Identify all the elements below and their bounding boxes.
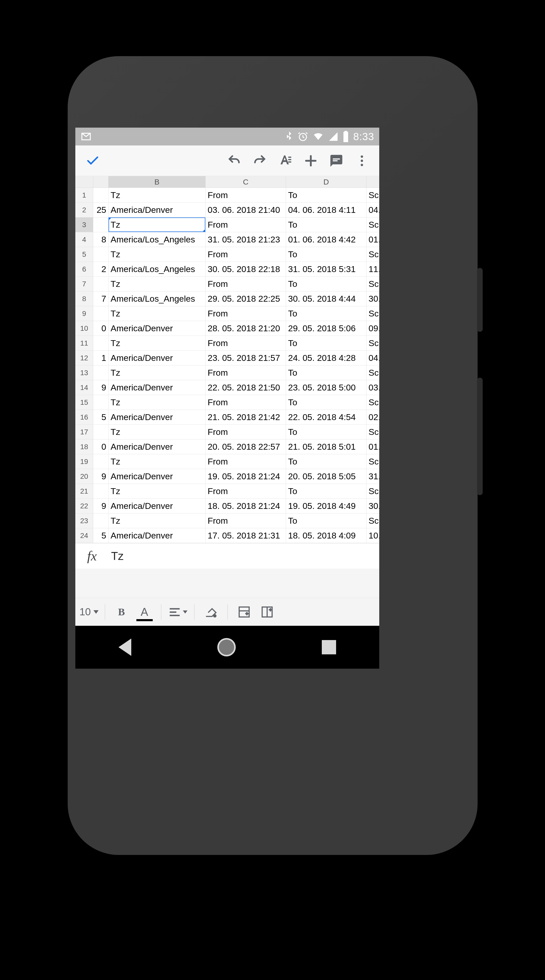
row-header[interactable]: 14: [75, 380, 93, 395]
row-header[interactable]: 18: [75, 439, 93, 454]
cell-c[interactable]: 28. 05. 2018 21:20: [206, 321, 286, 336]
nav-back-button[interactable]: [118, 638, 131, 656]
cell-a[interactable]: 25: [93, 203, 108, 217]
table-row[interactable]: 17TzFromToSc: [75, 425, 379, 439]
table-row[interactable]: 225America/Denver03. 06. 2018 21:4004. 0…: [75, 203, 379, 218]
cell-d[interactable]: To: [286, 425, 367, 439]
accept-button[interactable]: [80, 148, 105, 173]
row-header[interactable]: 6: [75, 262, 93, 277]
undo-button[interactable]: [222, 148, 247, 173]
cell-d[interactable]: To: [286, 454, 367, 469]
row-header[interactable]: 3: [75, 218, 93, 232]
col-header-b[interactable]: B: [108, 176, 206, 188]
row-header[interactable]: 1: [75, 188, 93, 202]
cell-b[interactable]: America/Denver: [108, 410, 206, 425]
cell-c[interactable]: 21. 05. 2018 21:42: [206, 410, 286, 425]
cell-d[interactable]: 29. 05. 2018 5:06: [286, 321, 367, 336]
font-size-dropdown[interactable]: 10: [80, 606, 99, 617]
table-row[interactable]: 9TzFromToSc: [75, 306, 379, 321]
fill-color-button[interactable]: [201, 602, 221, 622]
cell-e[interactable]: Sc: [367, 395, 379, 410]
cell-e[interactable]: 03.: [367, 380, 379, 395]
cell-c[interactable]: 18. 05. 2018 21:24: [206, 499, 286, 513]
cell-a[interactable]: 8: [93, 232, 108, 247]
cell-d[interactable]: To: [286, 484, 367, 498]
cell-d[interactable]: 31. 05. 2018 5:31: [286, 262, 367, 277]
table-row[interactable]: 180America/Denver20. 05. 2018 22:5721. 0…: [75, 439, 379, 454]
table-row[interactable]: 5TzFromToSc: [75, 247, 379, 262]
row-header[interactable]: 24: [75, 528, 93, 543]
cell-b[interactable]: Tz: [108, 484, 206, 498]
cell-e[interactable]: Sc: [367, 366, 379, 380]
cell-e[interactable]: Sc: [367, 425, 379, 439]
cell-b[interactable]: America/Los_Angeles: [108, 232, 206, 247]
cell-e[interactable]: 11.: [367, 262, 379, 277]
table-row[interactable]: 1TzFromToSc: [75, 188, 379, 203]
cell-c[interactable]: 30. 05. 2018 22:18: [206, 262, 286, 277]
col-header-d[interactable]: D: [286, 176, 367, 188]
cell-b[interactable]: America/Denver: [108, 351, 206, 365]
align-button[interactable]: [167, 602, 188, 622]
cell-c[interactable]: 17. 05. 2018 21:31: [206, 528, 286, 543]
cell-d[interactable]: 24. 05. 2018 4:28: [286, 351, 367, 365]
cell-c[interactable]: 31. 05. 2018 21:23: [206, 232, 286, 247]
cell-c[interactable]: From: [206, 514, 286, 528]
row-header[interactable]: 11: [75, 336, 93, 350]
text-color-button[interactable]: A: [134, 602, 155, 622]
cell-a[interactable]: 5: [93, 528, 108, 543]
insert-column-button[interactable]: [257, 602, 277, 622]
cell-d[interactable]: To: [286, 218, 367, 232]
table-row[interactable]: 229America/Denver18. 05. 2018 21:2419. 0…: [75, 499, 379, 514]
cell-e[interactable]: Sc: [367, 454, 379, 469]
cell-b[interactable]: Tz: [108, 218, 206, 232]
cell-b[interactable]: America/Denver: [108, 439, 206, 454]
cell-d[interactable]: To: [286, 277, 367, 291]
cell-e[interactable]: 04.: [367, 203, 379, 217]
cell-a[interactable]: 0: [93, 321, 108, 336]
row-header[interactable]: 23: [75, 514, 93, 528]
cell-d[interactable]: 20. 05. 2018 5:05: [286, 469, 367, 484]
cell-a[interactable]: 1: [93, 351, 108, 365]
cell-c[interactable]: From: [206, 454, 286, 469]
table-row[interactable]: 48America/Los_Angeles31. 05. 2018 21:230…: [75, 232, 379, 247]
cell-a[interactable]: 5: [93, 410, 108, 425]
row-header[interactable]: 7: [75, 277, 93, 291]
insert-button[interactable]: [298, 148, 323, 173]
nav-recents-button[interactable]: [322, 640, 336, 654]
row-header[interactable]: 12: [75, 351, 93, 365]
cell-c[interactable]: From: [206, 425, 286, 439]
row-header[interactable]: 15: [75, 395, 93, 410]
bold-button[interactable]: B: [112, 602, 132, 622]
cell-e[interactable]: 10.: [367, 528, 379, 543]
cell-c[interactable]: From: [206, 484, 286, 498]
cell-b[interactable]: Tz: [108, 336, 206, 350]
cell-d[interactable]: 01. 06. 2018 4:42: [286, 232, 367, 247]
cell-a[interactable]: 0: [93, 439, 108, 454]
cell-e[interactable]: 09.: [367, 321, 379, 336]
cell-d[interactable]: To: [286, 514, 367, 528]
cell-b[interactable]: Tz: [108, 454, 206, 469]
cell-c[interactable]: From: [206, 218, 286, 232]
cell-c[interactable]: From: [206, 336, 286, 350]
table-row[interactable]: 11TzFromToSc: [75, 336, 379, 351]
cell-e[interactable]: 31.: [367, 469, 379, 484]
table-row[interactable]: 13TzFromToSc: [75, 366, 379, 380]
cell-d[interactable]: 23. 05. 2018 5:00: [286, 380, 367, 395]
cell-b[interactable]: America/Denver: [108, 203, 206, 217]
cell-a[interactable]: [93, 514, 108, 528]
redo-button[interactable]: [247, 148, 272, 173]
cell-c[interactable]: 29. 05. 2018 22:25: [206, 291, 286, 306]
col-header-a[interactable]: [93, 176, 108, 188]
insert-cells-button[interactable]: [234, 602, 254, 622]
cell-b[interactable]: America/Los_Angeles: [108, 291, 206, 306]
row-header[interactable]: 19: [75, 454, 93, 469]
cell-d[interactable]: To: [286, 188, 367, 202]
col-header-c[interactable]: C: [206, 176, 286, 188]
row-header[interactable]: 13: [75, 366, 93, 380]
cell-b[interactable]: America/Denver: [108, 321, 206, 336]
cell-a[interactable]: [93, 188, 108, 202]
cell-e[interactable]: Sc: [367, 306, 379, 321]
table-row[interactable]: 245America/Denver17. 05. 2018 21:3118. 0…: [75, 528, 379, 543]
table-row[interactable]: 3TzFromToSc: [75, 218, 379, 232]
cell-e[interactable]: 01.: [367, 232, 379, 247]
